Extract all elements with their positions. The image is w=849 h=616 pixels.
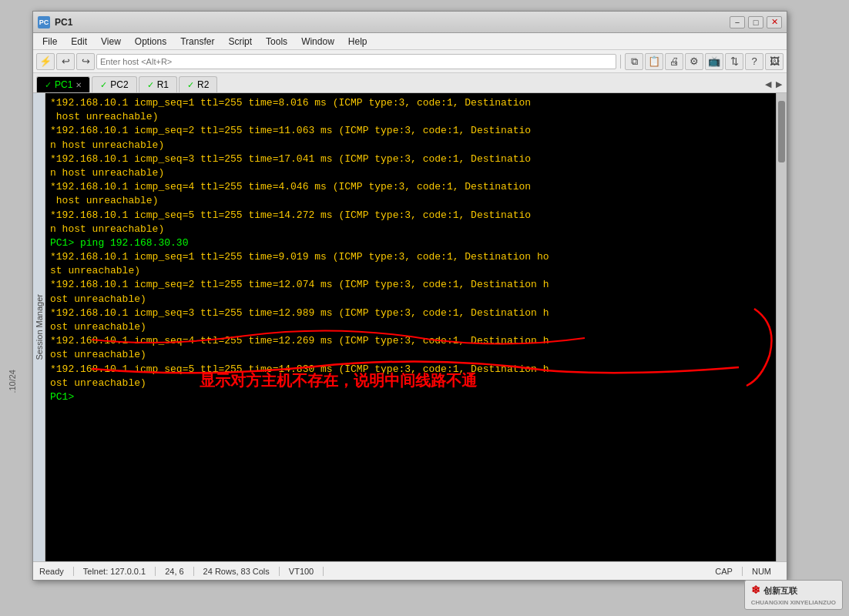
window-title: PC1 (55, 17, 730, 28)
toolbar-btn-1[interactable]: ⚡ (36, 53, 55, 70)
window-icon: PC (38, 16, 50, 28)
terminal-line: ost unreachable) (50, 377, 771, 390)
tab-nav-arrows: ◀ ▶ (763, 79, 784, 89)
session-manager-label: Session Manager (35, 294, 44, 360)
title-bar: PC PC1 − □ ✕ (33, 12, 787, 33)
menu-tools[interactable]: Tools (260, 35, 294, 49)
tab-nav-right[interactable]: ▶ (774, 79, 784, 89)
terminal-line: ost unreachable) (50, 320, 771, 334)
terminal-line: *192.168.10.1 icmp_seq=1 ttl=255 time=8.… (50, 96, 771, 110)
terminal-line: *192.168.10.1 icmp_seq=3 ttl=255 time=12… (50, 306, 771, 320)
minimize-button[interactable]: − (730, 16, 745, 28)
maximize-button[interactable]: □ (748, 16, 763, 28)
toolbar-transfer[interactable]: ⇅ (725, 53, 743, 70)
terminal-line: *192.168.10.1 icmp_seq=1 ttl=255 time=9.… (50, 250, 771, 264)
terminal-line: PC1> ping 192.168.30.30 (50, 236, 771, 250)
tab-close-pc1[interactable]: ✕ (76, 81, 82, 89)
tab-pc2[interactable]: ✓ PC2 (92, 76, 136, 92)
toolbar-copy[interactable]: ⧉ (625, 53, 643, 70)
menu-window[interactable]: Window (295, 35, 341, 49)
terminal-line: st unreachable) (50, 264, 771, 278)
toolbar-print[interactable]: 🖨 (665, 53, 683, 70)
toolbar-paste[interactable]: 📋 (645, 53, 663, 70)
tab-label-pc2: PC2 (110, 79, 128, 90)
tab-r1[interactable]: ✓ R1 (139, 76, 177, 92)
toolbar-btn-3[interactable]: ↪ (76, 53, 95, 70)
tab-pc1[interactable]: ✓ PC1 ✕ (36, 76, 90, 92)
menu-transfer[interactable]: Transfer (174, 35, 220, 49)
terminal-line: *192.168.10.1 icmp_seq=3 ttl=255 time=17… (50, 152, 771, 166)
terminal-line: *192.168.10.1 icmp_seq=5 ttl=255 time=14… (50, 363, 771, 377)
toolbar-btn-2[interactable]: ↩ (56, 53, 75, 70)
terminal-line: host unreachable) (50, 110, 771, 124)
tab-check-r1: ✓ (147, 80, 154, 90)
terminal-line: PC1> (50, 390, 771, 404)
session-manager-panel[interactable]: Session Manager (33, 93, 45, 561)
tab-check-r2: ✓ (187, 80, 194, 90)
terminal-line: *192.168.10.1 icmp_seq=4 ttl=255 time=4.… (50, 180, 771, 194)
terminal-line: ost unreachable) (50, 348, 771, 362)
tab-label-r2: R2 (197, 79, 209, 90)
menu-edit[interactable]: Edit (65, 35, 93, 49)
status-ready: Ready (39, 567, 74, 576)
status-dimensions: 24 Rows, 83 Cols (194, 567, 280, 576)
tabs-bar: ✓ PC1 ✕ ✓ PC2 ✓ R1 ✓ R2 ◀ ▶ (33, 73, 787, 93)
terminal-line: n host unreachable) (50, 223, 771, 236)
terminal-line: n host unreachable) (50, 139, 771, 152)
terminal[interactable]: *192.168.10.1 icmp_seq=1 ttl=255 time=8.… (45, 93, 776, 561)
status-bar: Ready Telnet: 127.0.0.1 24, 6 24 Rows, 8… (33, 561, 787, 580)
menu-options[interactable]: Options (129, 35, 173, 49)
close-button[interactable]: ✕ (767, 16, 782, 28)
outside-label: .10/24 (8, 370, 17, 393)
toolbar: ⚡ ↩ ↪ ⧉ 📋 🖨 ⚙ 📺 ⇅ ? 🖼 (33, 50, 787, 73)
terminal-line: *192.168.10.1 icmp_seq=2 ttl=255 time=12… (50, 278, 771, 292)
status-position: 24, 6 (156, 567, 193, 576)
terminal-line: host unreachable) (50, 194, 771, 208)
watermark: ❄ 创新互联 CHUANGXIN XINYELIANZUO (744, 580, 843, 610)
toolbar-help[interactable]: ? (745, 53, 763, 70)
toolbar-settings[interactable]: ⚙ (685, 53, 703, 70)
watermark-text: 创新互联 CHUANGXIN XINYELIANZUO (751, 586, 836, 606)
tab-label-pc1: PC1 (55, 79, 72, 90)
toolbar-separator (620, 55, 621, 69)
terminal-line: *192.168.10.1 icmp_seq=5 ttl=255 time=14… (50, 209, 771, 223)
window-controls: − □ ✕ (730, 16, 782, 28)
status-cap: CAP (706, 567, 743, 576)
main-window: PC PC1 − □ ✕ File Edit View Options Tran… (32, 11, 787, 581)
toolbar-monitor[interactable]: 📺 (705, 53, 723, 70)
menu-help[interactable]: Help (342, 35, 374, 49)
toolbar-extra[interactable]: 🖼 (765, 53, 784, 70)
terminal-line: *192.168.10.1 icmp_seq=4 ttl=255 time=12… (50, 334, 771, 348)
host-input[interactable] (96, 54, 616, 69)
watermark-icon: ❄ (751, 584, 763, 596)
tab-check-pc2: ✓ (100, 80, 107, 90)
menu-bar: File Edit View Options Transfer Script T… (33, 33, 787, 50)
terminal-line: *192.168.10.1 icmp_seq=2 ttl=255 time=11… (50, 124, 771, 138)
terminal-container: Session Manager *192.168.10.1 icmp_seq=1… (33, 93, 787, 561)
status-vt: VT100 (280, 567, 324, 576)
menu-script[interactable]: Script (222, 35, 258, 49)
status-telnet: Telnet: 127.0.0.1 (74, 567, 156, 576)
terminal-line: n host unreachable) (50, 166, 771, 180)
menu-file[interactable]: File (36, 35, 63, 49)
scrollbar-thumb[interactable] (778, 101, 785, 162)
menu-view[interactable]: View (95, 35, 127, 49)
terminal-line: ost unreachable) (50, 293, 771, 306)
tab-nav-left[interactable]: ◀ (763, 79, 773, 89)
tab-r2[interactable]: ✓ R2 (179, 76, 217, 92)
tab-check-pc1: ✓ (45, 80, 52, 90)
terminal-scrollbar[interactable] (776, 93, 787, 561)
status-num: NUM (743, 567, 780, 576)
tab-label-r1: R1 (157, 79, 169, 90)
